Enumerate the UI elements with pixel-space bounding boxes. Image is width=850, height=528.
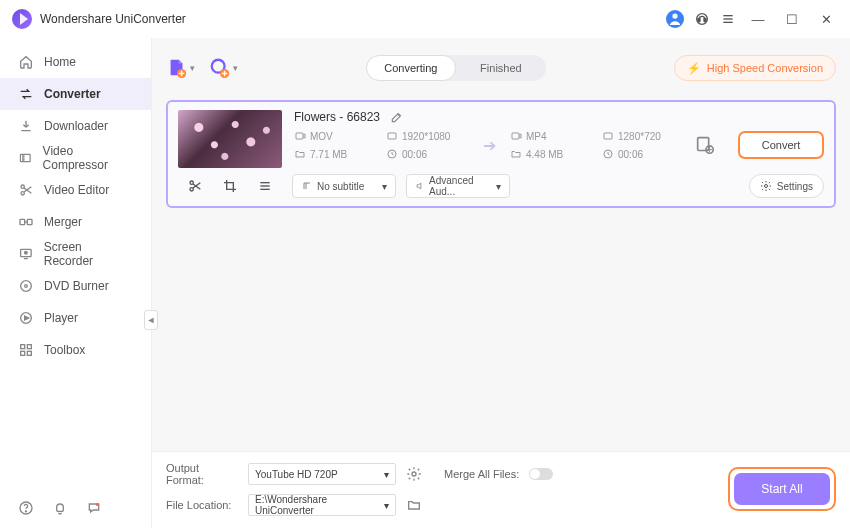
file-settings-button[interactable]: Settings	[749, 174, 824, 198]
sidebar-item-dvd[interactable]: DVD Burner	[0, 270, 151, 302]
file-location-select[interactable]: E:\Wondershare UniConverter▾	[248, 494, 396, 516]
video-format-icon	[510, 130, 522, 142]
compressor-icon	[18, 150, 33, 166]
add-url-icon	[209, 57, 231, 79]
chevron-down-icon: ▾	[384, 500, 389, 511]
sidebar-collapse-button[interactable]: ◄	[144, 310, 158, 330]
crop-icon[interactable]	[222, 178, 238, 194]
src-size: 7.71 MB	[310, 149, 347, 160]
chevron-down-icon: ▾	[496, 181, 501, 192]
svg-point-14	[21, 281, 32, 292]
sidebar-item-home[interactable]: Home	[0, 46, 151, 78]
support-icon[interactable]	[694, 11, 710, 27]
user-avatar-icon[interactable]	[666, 10, 684, 28]
sidebar-item-label: Home	[44, 55, 76, 69]
sidebar-item-editor[interactable]: Video Editor	[0, 174, 151, 206]
grid-icon	[18, 342, 34, 358]
tab-converting[interactable]: Converting	[366, 55, 456, 81]
svg-rect-19	[21, 351, 25, 355]
sidebar-item-label: Merger	[44, 215, 82, 229]
svg-rect-17	[21, 345, 25, 349]
status-tabs: Converting Finished	[366, 55, 546, 81]
download-icon	[18, 118, 34, 134]
home-icon	[18, 54, 34, 70]
svg-rect-33	[698, 138, 709, 151]
settings-label: Settings	[777, 181, 813, 192]
effects-icon[interactable]	[257, 178, 273, 194]
edit-name-icon[interactable]	[390, 110, 404, 124]
scissors-icon	[18, 182, 34, 198]
dst-resolution: 1280*720	[618, 131, 661, 142]
window-maximize-button[interactable]: ☐	[780, 12, 804, 27]
sidebar-item-label: DVD Burner	[44, 279, 109, 293]
file-location-label: File Location:	[166, 499, 238, 511]
sidebar-item-downloader[interactable]: Downloader	[0, 110, 151, 142]
chevron-down-icon: ▾	[233, 63, 238, 73]
svg-rect-27	[296, 133, 303, 139]
sidebar-item-label: Video Editor	[44, 183, 109, 197]
sidebar-item-recorder[interactable]: Screen Recorder	[0, 238, 151, 270]
hamburger-menu-icon[interactable]	[720, 11, 736, 27]
app-title: Wondershare UniConverter	[40, 12, 666, 26]
bell-icon[interactable]	[52, 500, 68, 516]
sidebar-item-label: Player	[44, 311, 78, 325]
video-thumbnail[interactable]	[178, 110, 282, 168]
sidebar-item-label: Converter	[44, 87, 101, 101]
svg-point-41	[412, 472, 416, 476]
src-format: MOV	[310, 131, 333, 142]
sidebar-item-converter[interactable]: Converter	[0, 78, 151, 110]
help-icon[interactable]	[18, 500, 34, 516]
folder-icon	[510, 148, 522, 160]
add-file-button[interactable]: ▾	[166, 57, 195, 79]
bolt-icon: ⚡	[687, 62, 701, 75]
sidebar-item-player[interactable]: Player	[0, 302, 151, 334]
chevron-down-icon: ▾	[382, 181, 387, 192]
svg-point-22	[25, 511, 26, 512]
src-duration: 00:06	[402, 149, 427, 160]
audio-dropdown[interactable]: Advanced Aud... ▾	[406, 174, 510, 198]
convert-button[interactable]: Convert	[738, 131, 824, 159]
dst-duration: 00:06	[618, 149, 643, 160]
svg-rect-31	[604, 133, 612, 139]
add-url-button[interactable]: ▾	[209, 57, 238, 79]
resolution-icon	[602, 130, 614, 142]
sidebar-item-label: Toolbox	[44, 343, 85, 357]
titlebar: Wondershare UniConverter — ☐ ✕	[0, 0, 850, 38]
sidebar-item-toolbox[interactable]: Toolbox	[0, 334, 151, 366]
trim-icon[interactable]	[187, 178, 203, 194]
merger-icon	[18, 214, 34, 230]
dst-size: 4.48 MB	[526, 149, 563, 160]
tab-finished[interactable]: Finished	[456, 55, 546, 81]
output-format-select[interactable]: YouTube HD 720P▾	[248, 463, 396, 485]
sidebar-item-compressor[interactable]: Video Compressor	[0, 142, 151, 174]
output-settings-icon[interactable]	[694, 134, 716, 156]
audio-icon	[415, 180, 425, 192]
sidebar-item-merger[interactable]: Merger	[0, 206, 151, 238]
add-file-icon	[166, 57, 188, 79]
svg-rect-3	[704, 18, 706, 21]
svg-rect-30	[512, 133, 519, 139]
start-all-button[interactable]: Start All	[734, 473, 830, 505]
svg-point-9	[21, 192, 24, 195]
window-minimize-button[interactable]: —	[746, 12, 770, 27]
format-settings-icon[interactable]	[406, 466, 422, 482]
merge-toggle[interactable]	[529, 468, 553, 480]
subtitle-icon	[301, 180, 313, 192]
bottom-bar: Output Format: YouTube HD 720P▾ Merge Al…	[152, 451, 850, 528]
subtitle-value: No subtitle	[317, 181, 364, 192]
svg-point-35	[190, 181, 193, 184]
svg-point-23	[96, 503, 99, 506]
high-speed-conversion-button[interactable]: ⚡ High Speed Conversion	[674, 55, 836, 81]
disc-icon	[18, 278, 34, 294]
feedback-icon[interactable]	[86, 500, 102, 516]
svg-rect-28	[388, 133, 396, 139]
chevron-down-icon: ▾	[190, 63, 195, 73]
sidebar-item-label: Screen Recorder	[44, 240, 133, 268]
subtitle-dropdown[interactable]: No subtitle ▾	[292, 174, 396, 198]
svg-rect-20	[27, 351, 31, 355]
svg-point-36	[190, 188, 193, 191]
svg-rect-7	[20, 154, 30, 161]
open-folder-icon[interactable]	[406, 497, 422, 513]
window-close-button[interactable]: ✕	[814, 12, 838, 27]
resolution-icon	[386, 130, 398, 142]
